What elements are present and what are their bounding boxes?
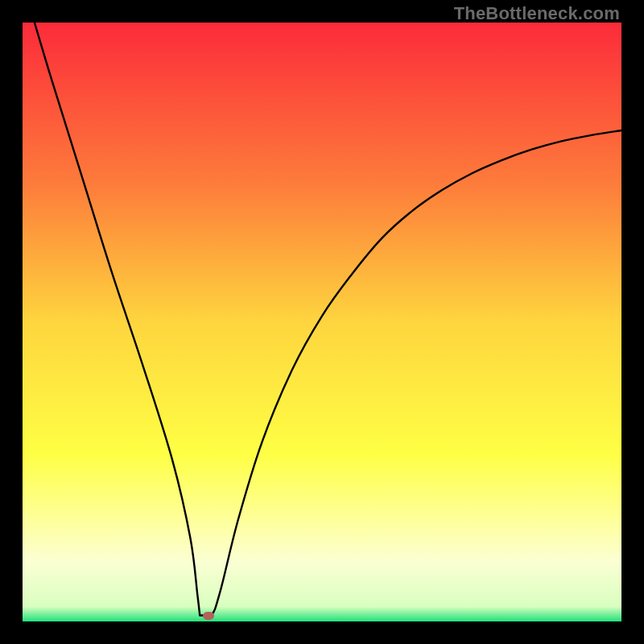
optimal-point-marker xyxy=(203,612,214,620)
chart-frame: TheBottleneck.com xyxy=(0,0,644,644)
watermark-text: TheBottleneck.com xyxy=(454,3,620,24)
bottleneck-curve xyxy=(23,23,621,621)
plot-area xyxy=(23,23,621,621)
